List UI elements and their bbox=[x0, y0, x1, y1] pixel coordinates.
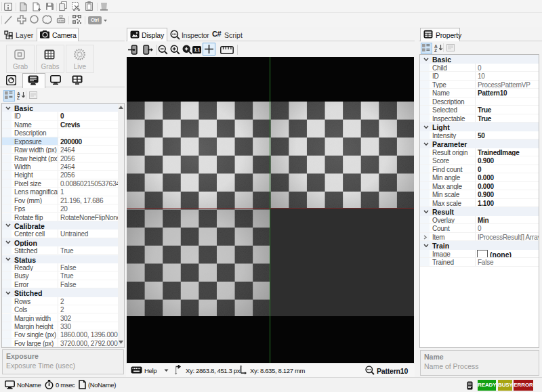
svg-text:Z: Z bbox=[434, 48, 437, 52]
svg-text:Z: Z bbox=[17, 95, 20, 100]
